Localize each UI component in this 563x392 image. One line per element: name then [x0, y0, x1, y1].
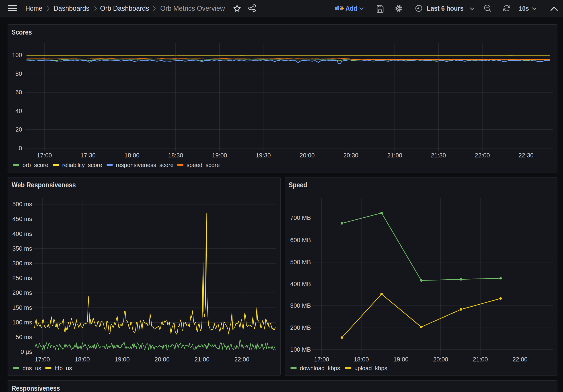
svg-text:100 MB: 100 MB	[290, 346, 311, 353]
svg-text:80: 80	[15, 70, 22, 77]
svg-text:0 µs: 0 µs	[21, 349, 32, 355]
svg-text:10s: 10s	[519, 5, 529, 12]
svg-text:150 ms: 150 ms	[12, 304, 32, 311]
svg-text:18:00: 18:00	[354, 356, 369, 363]
svg-text:300 ms: 300 ms	[12, 260, 32, 267]
svg-text:19:00: 19:00	[115, 356, 130, 363]
svg-text:18:00: 18:00	[124, 152, 140, 159]
svg-text:600 MB: 600 MB	[290, 237, 311, 244]
svg-text:22:00: 22:00	[512, 356, 527, 363]
svg-text:350 ms: 350 ms	[12, 245, 32, 252]
svg-text:20:00: 20:00	[300, 152, 315, 159]
svg-text:60: 60	[15, 89, 22, 96]
svg-text:Responsiveness: Responsiveness	[12, 384, 60, 392]
svg-text:Speed: Speed	[289, 181, 307, 189]
svg-text:450 ms: 450 ms	[12, 216, 32, 222]
svg-text:20:00: 20:00	[433, 356, 448, 363]
svg-text:upload_kbps: upload_kbps	[354, 365, 387, 371]
svg-text:0: 0	[19, 145, 22, 152]
svg-text:22:00: 22:00	[475, 152, 490, 159]
svg-text:Web Responsiveness: Web Responsiveness	[12, 181, 76, 189]
svg-text:responsiveness_score: responsiveness_score	[116, 162, 174, 168]
svg-text:400 MB: 400 MB	[290, 281, 311, 287]
svg-text:ttfb_us: ttfb_us	[55, 365, 72, 371]
svg-text:20:30: 20:30	[343, 152, 358, 159]
svg-text:21:00: 21:00	[387, 152, 402, 159]
svg-text:21:30: 21:30	[431, 152, 446, 159]
svg-text:download_kbps: download_kbps	[300, 365, 340, 371]
svg-text:500 ms: 500 ms	[12, 201, 32, 208]
svg-text:17:00: 17:00	[314, 356, 329, 363]
svg-text:reliability_score: reliability_score	[62, 162, 102, 168]
svg-text:19:00: 19:00	[393, 356, 409, 363]
svg-text:300 MB: 300 MB	[290, 302, 311, 309]
svg-text:700 MB: 700 MB	[290, 214, 311, 221]
svg-text:18:00: 18:00	[75, 356, 90, 363]
svg-text:Home: Home	[26, 4, 42, 12]
svg-text:250 ms: 250 ms	[12, 275, 32, 281]
svg-text:50 ms: 50 ms	[16, 334, 32, 340]
svg-text:200 MB: 200 MB	[290, 325, 311, 331]
svg-text:19:30: 19:30	[256, 152, 271, 159]
svg-text:40: 40	[15, 108, 22, 114]
svg-text:20:00: 20:00	[154, 356, 170, 363]
svg-text:orb_score: orb_score	[23, 162, 48, 168]
svg-text:21:00: 21:00	[473, 356, 488, 363]
svg-text:Scores: Scores	[12, 28, 32, 36]
svg-text:19:00: 19:00	[212, 152, 227, 159]
svg-text:Add: Add	[345, 4, 357, 12]
svg-text:Orb Metrics Overview: Orb Metrics Overview	[160, 4, 225, 12]
svg-text:Dashboards: Dashboards	[53, 4, 89, 12]
svg-text:Last 6 hours: Last 6 hours	[427, 4, 464, 12]
svg-text:100 ms: 100 ms	[12, 319, 32, 326]
svg-text:400 ms: 400 ms	[12, 231, 32, 237]
svg-text:22:30: 22:30	[518, 152, 534, 159]
svg-text:100: 100	[12, 52, 22, 58]
svg-text:dns_us: dns_us	[23, 365, 41, 371]
svg-text:17:00: 17:00	[35, 356, 50, 363]
svg-text:17:30: 17:30	[80, 152, 96, 159]
svg-text:18:30: 18:30	[168, 152, 183, 159]
svg-text:speed_score: speed_score	[187, 162, 220, 168]
svg-text:500 MB: 500 MB	[290, 259, 311, 266]
svg-text:Orb Dashboards: Orb Dashboards	[100, 4, 149, 12]
svg-text:22:00: 22:00	[234, 356, 249, 363]
svg-text:21:00: 21:00	[194, 356, 209, 363]
svg-text:200 ms: 200 ms	[12, 289, 32, 296]
svg-text:20: 20	[15, 126, 22, 133]
svg-text:17:00: 17:00	[37, 152, 52, 159]
